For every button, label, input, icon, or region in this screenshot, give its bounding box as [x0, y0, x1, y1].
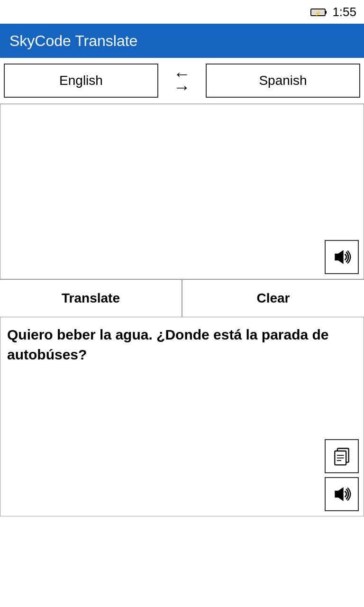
- action-row: Translate Clear: [0, 279, 364, 317]
- output-area: Quiero beber la agua. ¿Donde está la par…: [0, 317, 364, 516]
- translate-button[interactable]: Translate: [0, 280, 182, 317]
- output-speak-button[interactable]: [325, 477, 359, 511]
- target-language-button[interactable]: Spanish: [206, 64, 360, 98]
- svg-text:⚡: ⚡: [314, 9, 321, 17]
- copy-button[interactable]: [325, 439, 359, 473]
- input-speak-button[interactable]: [325, 240, 359, 274]
- app-title: SkyCode Translate: [9, 32, 137, 50]
- source-text-input[interactable]: [0, 104, 364, 279]
- svg-rect-1: [325, 11, 327, 14]
- clear-button[interactable]: Clear: [182, 280, 364, 317]
- battery-icon: ⚡: [310, 7, 328, 18]
- copy-icon: [331, 446, 352, 467]
- output-speaker-icon: [331, 484, 352, 505]
- status-bar: ⚡ 1:55: [0, 0, 364, 24]
- swap-arrows-icon: ← →: [173, 65, 191, 96]
- speaker-icon: [331, 247, 352, 267]
- title-bar: SkyCode Translate: [0, 24, 364, 58]
- svg-marker-4: [335, 250, 343, 264]
- language-selector-row: English ← → Spanish: [0, 58, 364, 104]
- status-time: 1:55: [332, 5, 356, 19]
- source-language-button[interactable]: English: [4, 64, 158, 98]
- svg-marker-10: [335, 487, 343, 501]
- swap-languages-button[interactable]: ← →: [158, 65, 206, 96]
- translated-text: Quiero beber la agua. ¿Donde está la par…: [0, 317, 364, 516]
- input-area: [0, 104, 364, 279]
